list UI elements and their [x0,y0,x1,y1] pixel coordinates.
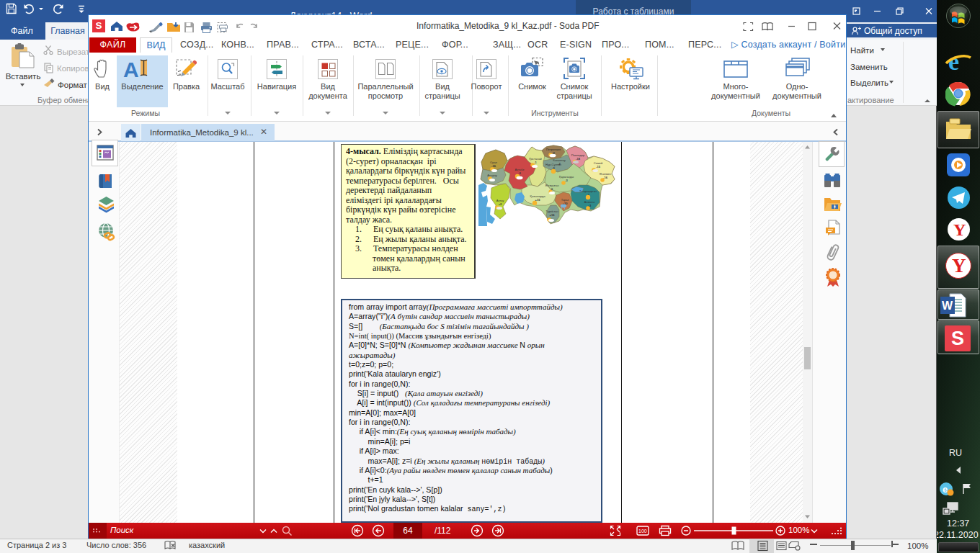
svg-text:Y: Y [953,220,966,239]
svg-text:+16: +16 [550,213,556,217]
svg-text:-18: -18 [576,157,581,161]
svg-text:Y: Y [952,255,966,276]
svg-text:100: 100 [638,529,647,534]
svg-text:-16: -16 [603,176,608,179]
svg-text:+15: +15 [535,198,541,202]
svg-text:e: e [943,484,948,495]
svg-text:W: W [942,300,953,312]
svg-text:-15: -15 [596,165,601,168]
svg-text:Атырау: Атырау [487,174,497,177]
svg-text:+2: +2 [499,202,502,206]
svg-text:-36: -36 [491,164,496,168]
